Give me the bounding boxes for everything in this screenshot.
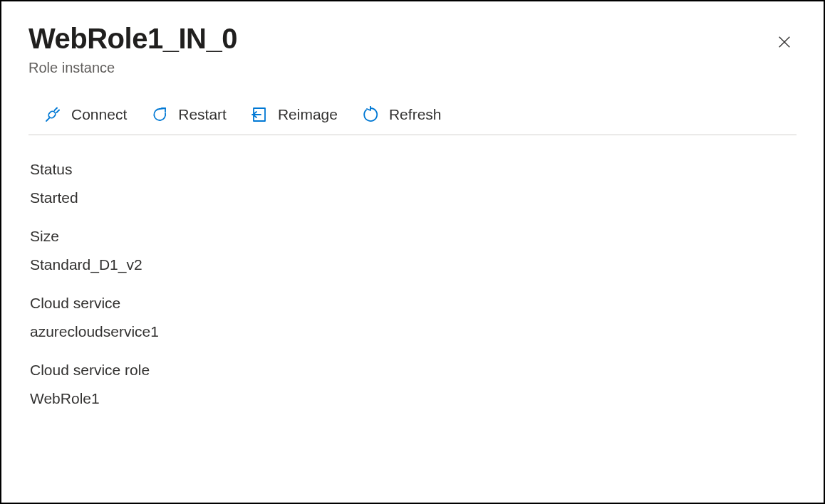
svg-line-3	[55, 108, 58, 111]
connect-icon	[44, 106, 61, 123]
cloud-service-role-value: WebRole1	[30, 390, 797, 407]
role-instance-panel: WebRole1_IN_0 Role instance Con	[0, 0, 825, 504]
status-field: Status Started	[30, 161, 797, 206]
page-subtitle: Role instance	[28, 60, 237, 76]
cloud-service-field: Cloud service azurecloudservice1	[30, 295, 797, 340]
svg-line-4	[57, 110, 60, 113]
details-content: Status Started Size Standard_D1_v2 Cloud…	[28, 161, 797, 407]
toolbar: Connect Restart Reimage	[28, 103, 797, 135]
cloud-service-role-field: Cloud service role WebRole1	[30, 362, 797, 407]
svg-line-5	[160, 108, 165, 109]
cloud-service-role-label: Cloud service role	[30, 362, 797, 379]
refresh-button[interactable]: Refresh	[362, 106, 442, 123]
page-title: WebRole1_IN_0	[28, 21, 237, 56]
refresh-label: Refresh	[389, 106, 442, 123]
restart-label: Restart	[178, 106, 227, 123]
close-icon	[777, 41, 792, 52]
title-block: WebRole1_IN_0 Role instance	[28, 21, 237, 76]
status-value: Started	[30, 189, 797, 206]
close-button[interactable]	[772, 30, 797, 56]
restart-icon	[151, 106, 168, 123]
reimage-label: Reimage	[278, 106, 338, 123]
status-label: Status	[30, 161, 797, 178]
cloud-service-value: azurecloudservice1	[30, 323, 797, 340]
size-field: Size Standard_D1_v2	[30, 228, 797, 273]
reimage-button[interactable]: Reimage	[251, 106, 338, 123]
connect-button[interactable]: Connect	[44, 106, 127, 123]
reimage-icon	[251, 106, 268, 123]
refresh-icon	[362, 106, 379, 123]
connect-label: Connect	[71, 106, 127, 123]
size-label: Size	[30, 228, 797, 245]
cloud-service-label: Cloud service	[30, 295, 797, 312]
size-value: Standard_D1_v2	[30, 256, 797, 273]
restart-button[interactable]: Restart	[151, 106, 227, 123]
panel-header: WebRole1_IN_0 Role instance	[28, 21, 797, 76]
